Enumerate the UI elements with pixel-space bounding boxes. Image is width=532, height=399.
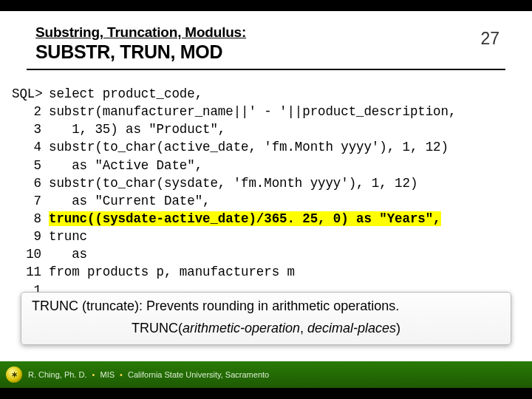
slide-header: Substring, Truncation, Modulus: SUBSTR, … <box>0 11 532 67</box>
page-number: 27 <box>480 24 502 49</box>
slide-title: SUBSTR, TRUN, MOD <box>35 41 246 63</box>
callout-line1-a: TRUNC (truncate): <box>32 299 146 313</box>
footer-bar: ✶ R. Ching, Ph. D. • MIS • California St… <box>0 361 532 388</box>
footer-author: R. Ching, Ph. D. <box>28 370 86 379</box>
footer-org: California State University, Sacramento <box>128 370 269 379</box>
callout-arrow-clip <box>0 219 532 290</box>
header-left: Substring, Truncation, Modulus: SUBSTR, … <box>35 24 246 63</box>
callout-line1: TRUNC (truncate): Prevents rounding in a… <box>32 299 500 314</box>
slide: Substring, Truncation, Modulus: SUBSTR, … <box>0 11 532 388</box>
callout-box: TRUNC (truncate): Prevents rounding in a… <box>21 292 511 345</box>
logo-icon: ✶ <box>6 366 22 383</box>
callout-line2: TRUNC(arithmetic-operation, decimal-plac… <box>32 321 500 336</box>
callout-line2-e: ) <box>396 321 400 335</box>
footer-text: R. Ching, Ph. D. • MIS • California Stat… <box>28 370 269 379</box>
bullet-icon: • <box>92 370 95 379</box>
callout-line2-d: decimal-places <box>307 321 396 335</box>
slide-subtitle: Substring, Truncation, Modulus: <box>35 24 246 41</box>
callout-line2-c: , <box>300 321 307 335</box>
bullet-icon: • <box>120 370 123 379</box>
callout-line1-b: Prevents rounding in arithmetic operatio… <box>146 299 399 313</box>
callout-line2-b: arithmetic-operation <box>183 321 300 335</box>
callout-line2-a: TRUNC( <box>132 321 183 335</box>
footer-dept: MIS <box>100 370 115 379</box>
